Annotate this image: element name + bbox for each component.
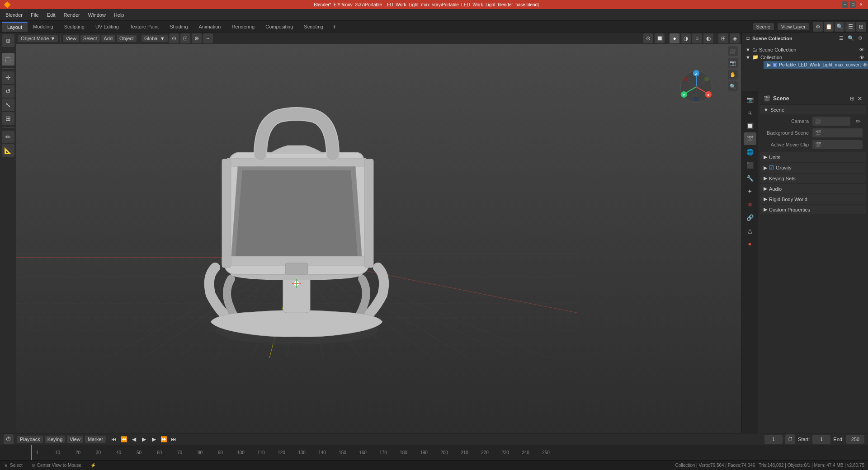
prev-keyframe-btn[interactable]: ⏪ bbox=[119, 435, 128, 444]
close-button[interactable]: ✕ bbox=[858, 1, 864, 8]
outliner-filter-btn[interactable]: ☰ bbox=[837, 34, 845, 42]
step-back-btn[interactable]: ◀ bbox=[129, 435, 138, 444]
view-layer-selector[interactable]: View Layer bbox=[778, 23, 809, 30]
header-search[interactable]: 🔍 bbox=[835, 22, 844, 32]
prop-physics-btn[interactable]: ⚛ bbox=[744, 198, 756, 211]
move-tool[interactable]: ✛ bbox=[2, 71, 14, 84]
scene-selector[interactable]: Scene bbox=[753, 23, 774, 30]
custom-properties-section[interactable]: ▶ Custom Properties bbox=[760, 205, 866, 214]
rotate-tool[interactable]: ↺ bbox=[2, 85, 14, 98]
playback-menu[interactable]: Playback bbox=[17, 436, 43, 443]
movie-clip-value[interactable]: 🎬 bbox=[812, 140, 863, 149]
vp-shading-material[interactable]: ◐ bbox=[703, 33, 713, 43]
audio-section[interactable]: ▶ Audio bbox=[760, 184, 866, 193]
prop-material-btn[interactable]: ● bbox=[744, 237, 756, 250]
jump-end-btn[interactable]: ⏭ bbox=[169, 435, 178, 444]
prop-world-btn[interactable]: 🌐 bbox=[744, 146, 756, 158]
annotate-tool[interactable]: ✏ bbox=[2, 131, 14, 143]
prop-viewlayer-btn[interactable]: 🔲 bbox=[744, 119, 756, 132]
tab-compositing[interactable]: Compositing bbox=[260, 22, 298, 31]
outliner-scene-collection[interactable]: ▼ 🗂 Scene Collection 👁 bbox=[742, 46, 868, 53]
cursor-tool[interactable]: ⊕ bbox=[2, 34, 14, 47]
tab-animation[interactable]: Animation bbox=[193, 22, 226, 31]
marker-menu[interactable]: Marker bbox=[85, 436, 106, 443]
add-workspace-tab[interactable]: + bbox=[329, 21, 340, 32]
start-frame-input[interactable] bbox=[812, 435, 830, 444]
header-btn-1[interactable]: ⚙ bbox=[813, 22, 823, 32]
gravity-section[interactable]: ▶ ☑ Gravity bbox=[760, 163, 866, 173]
keying-menu[interactable]: Keying bbox=[45, 436, 66, 443]
vp-shading-solid[interactable]: ● bbox=[670, 33, 679, 43]
menu-window[interactable]: Window bbox=[85, 11, 109, 19]
prop-constraints-btn[interactable]: 🔗 bbox=[744, 211, 756, 224]
view-menu[interactable]: View bbox=[67, 436, 83, 443]
viewport-3d[interactable]: Object Mode ▼ View Select Add Object Glo… bbox=[16, 33, 741, 433]
scene-expand-btn[interactable]: ✕ bbox=[857, 95, 863, 102]
prop-output-btn[interactable]: 🖨 bbox=[744, 106, 756, 119]
vp-xray-btn[interactable]: ◈ bbox=[730, 33, 740, 43]
vp-add-menu[interactable]: Add bbox=[101, 35, 116, 42]
next-keyframe-btn[interactable]: ⏩ bbox=[159, 435, 168, 444]
vp-object-menu[interactable]: Object bbox=[117, 35, 137, 42]
transform-icon-2[interactable]: ⊡ bbox=[180, 33, 190, 43]
scene-collection-visibility[interactable]: 👁 bbox=[859, 47, 864, 52]
scene-settings-btn[interactable]: ⊞ bbox=[850, 95, 854, 102]
move-view-btn[interactable]: ✋ bbox=[728, 70, 738, 80]
timeline-icon[interactable]: ⏱ bbox=[4, 434, 14, 444]
prop-render-btn[interactable]: 📷 bbox=[744, 93, 756, 106]
tab-uv-editing[interactable]: UV Editing bbox=[90, 22, 124, 31]
scale-tool[interactable]: ⤡ bbox=[2, 99, 14, 111]
prop-modifier-btn[interactable]: 🔧 bbox=[744, 172, 756, 184]
fps-btn[interactable]: ⏱ bbox=[785, 434, 795, 444]
object-mode-selector[interactable]: Object Mode ▼ bbox=[18, 35, 58, 42]
tab-texture-paint[interactable]: Texture Paint bbox=[124, 22, 164, 31]
tab-shading[interactable]: Shading bbox=[164, 22, 193, 31]
vp-view-menu[interactable]: View bbox=[63, 35, 79, 42]
play-btn[interactable]: ▶ bbox=[139, 435, 148, 444]
zoom-view-btn[interactable]: 🔍 bbox=[728, 81, 738, 91]
outliner-collection[interactable]: ▼ 📁 Collection 👁 bbox=[742, 53, 868, 61]
menu-blender[interactable]: Blender bbox=[2, 11, 26, 19]
prop-particles-btn[interactable]: ✦ bbox=[744, 185, 756, 197]
outliner-settings-btn[interactable]: ⚙ bbox=[856, 34, 864, 42]
menu-edit[interactable]: Edit bbox=[43, 11, 59, 19]
background-scene-value[interactable]: 🎬 bbox=[812, 128, 863, 137]
maximize-button[interactable]: □ bbox=[850, 1, 856, 8]
vp-overlay-btn[interactable]: ⊞ bbox=[718, 33, 728, 43]
outliner-search-btn[interactable]: 🔍 bbox=[847, 34, 855, 42]
transform-global[interactable]: Global ▼ bbox=[142, 35, 168, 42]
header-btn-4[interactable]: ⊞ bbox=[856, 22, 866, 32]
vp-snap-btn[interactable]: 🔲 bbox=[655, 33, 665, 43]
gravity-checkbox[interactable]: ☑ bbox=[769, 164, 774, 171]
scene-subsection-header[interactable]: ▼ Scene bbox=[760, 105, 866, 114]
transform-icon-1[interactable]: ⊙ bbox=[169, 33, 179, 43]
menu-file[interactable]: File bbox=[27, 11, 42, 19]
prop-scene-btn[interactable]: 🎬 bbox=[744, 132, 756, 145]
timeline-content[interactable]: 1 10 20 30 40 50 60 70 80 90 100 110 120… bbox=[0, 445, 868, 460]
step-forward-btn[interactable]: ▶ bbox=[149, 435, 158, 444]
keying-sets-section[interactable]: ▶ Keying Sets bbox=[760, 174, 866, 183]
vp-shading-lk[interactable]: ◑ bbox=[681, 33, 691, 43]
tab-modeling[interactable]: Modeling bbox=[28, 22, 59, 31]
tab-layout[interactable]: Layout bbox=[2, 22, 28, 32]
header-btn-2[interactable]: 📋 bbox=[824, 22, 834, 32]
transform-icon-4[interactable]: ~ bbox=[203, 33, 213, 43]
viewport-gizmo[interactable]: Z X Y bbox=[678, 69, 714, 105]
camera-view-btn[interactable]: 🎥 bbox=[728, 46, 738, 56]
tab-sculpting[interactable]: Sculpting bbox=[59, 22, 90, 31]
tab-rendering[interactable]: Rendering bbox=[226, 22, 260, 31]
tab-scripting[interactable]: Scripting bbox=[298, 22, 329, 31]
vp-select-menu[interactable]: Select bbox=[80, 35, 100, 42]
header-btn-3[interactable]: ☰ bbox=[845, 22, 855, 32]
menu-render[interactable]: Render bbox=[60, 11, 84, 19]
units-section[interactable]: ▶ Units bbox=[760, 152, 866, 162]
collection-visibility[interactable]: 👁 bbox=[859, 55, 864, 60]
render-view-btn[interactable]: 📷 bbox=[728, 58, 738, 68]
vp-shading-render[interactable]: ○ bbox=[692, 33, 702, 43]
outliner-object[interactable]: ▶ ▣ Portable_LED_Work_Light_max_convert … bbox=[764, 61, 868, 69]
current-frame-input[interactable] bbox=[764, 435, 783, 444]
measure-tool[interactable]: 📐 bbox=[2, 144, 14, 157]
vp-gizmo-btn[interactable]: ⊙ bbox=[643, 33, 653, 43]
prop-data-btn[interactable]: △ bbox=[744, 224, 756, 237]
prop-object-btn[interactable]: ⬛ bbox=[744, 159, 756, 171]
